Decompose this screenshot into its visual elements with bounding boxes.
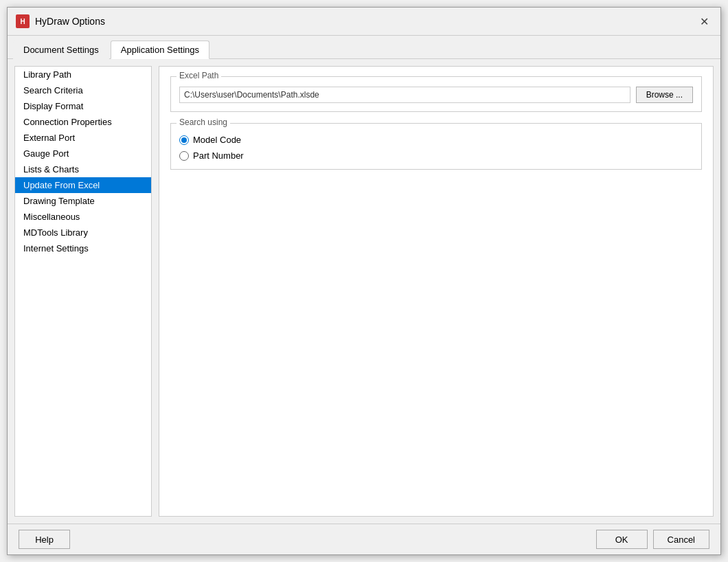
sidebar-item-gauge-port[interactable]: Gauge Port	[15, 146, 151, 161]
browse-button[interactable]: Browse ...	[636, 87, 693, 103]
sidebar-item-display-format[interactable]: Display Format	[15, 98, 151, 114]
radio-model-code-dot	[181, 137, 187, 143]
title-bar: H HyDraw Options ✕	[8, 8, 720, 36]
hydraw-options-dialog: H HyDraw Options ✕ Document Settings App…	[7, 7, 721, 555]
tab-document-settings[interactable]: Document Settings	[13, 41, 109, 59]
tabs-bar: Document Settings Application Settings	[8, 36, 720, 59]
sidebar-item-external-port[interactable]: External Port	[15, 130, 151, 146]
radio-model-code[interactable]: Model Code	[179, 135, 693, 145]
radio-part-number-btn[interactable]	[179, 151, 189, 161]
search-using-group: Search using Model Code Part Number	[170, 123, 702, 170]
sidebar-item-search-criteria[interactable]: Search Criteria	[15, 82, 151, 98]
excel-path-label: Excel Path	[177, 71, 221, 80]
radio-model-code-btn[interactable]	[179, 135, 189, 145]
sidebar: Library Path Search Criteria Display For…	[14, 66, 152, 517]
search-using-label: Search using	[177, 117, 230, 127]
close-button[interactable]: ✕	[696, 13, 712, 30]
bottom-right-buttons: OK Cancel	[596, 530, 709, 549]
sidebar-item-miscellaneous[interactable]: Miscellaneous	[15, 209, 151, 225]
help-button[interactable]: Help	[19, 530, 70, 549]
content-area: Library Path Search Criteria Display For…	[8, 59, 720, 524]
sidebar-item-library-path[interactable]: Library Path	[15, 67, 151, 82]
cancel-button[interactable]: Cancel	[653, 530, 709, 549]
sidebar-item-mdtools-library[interactable]: MDTools Library	[15, 225, 151, 240]
title-bar-left: H HyDraw Options	[16, 14, 105, 28]
sidebar-item-connection-properties[interactable]: Connection Properties	[15, 114, 151, 130]
tab-application-settings[interactable]: Application Settings	[111, 41, 209, 59]
sidebar-item-internet-settings[interactable]: Internet Settings	[15, 240, 151, 256]
window-title: HyDraw Options	[35, 16, 105, 27]
radio-part-number-label: Part Number	[193, 150, 244, 161]
ok-button[interactable]: OK	[596, 530, 648, 549]
main-panel: Excel Path Browse ... Search using Model…	[159, 66, 714, 517]
sidebar-item-lists-charts[interactable]: Lists & Charts	[15, 161, 151, 177]
sidebar-item-update-from-excel[interactable]: Update From Excel	[15, 177, 151, 193]
bottom-bar: Help OK Cancel	[8, 524, 720, 554]
app-icon: H	[16, 14, 30, 28]
excel-path-row: Browse ...	[179, 87, 693, 103]
excel-path-input[interactable]	[179, 87, 630, 103]
radio-part-number[interactable]: Part Number	[179, 150, 693, 161]
sidebar-item-drawing-template[interactable]: Drawing Template	[15, 193, 151, 209]
radio-model-code-label: Model Code	[193, 135, 241, 145]
excel-path-group: Excel Path Browse ...	[170, 76, 702, 112]
